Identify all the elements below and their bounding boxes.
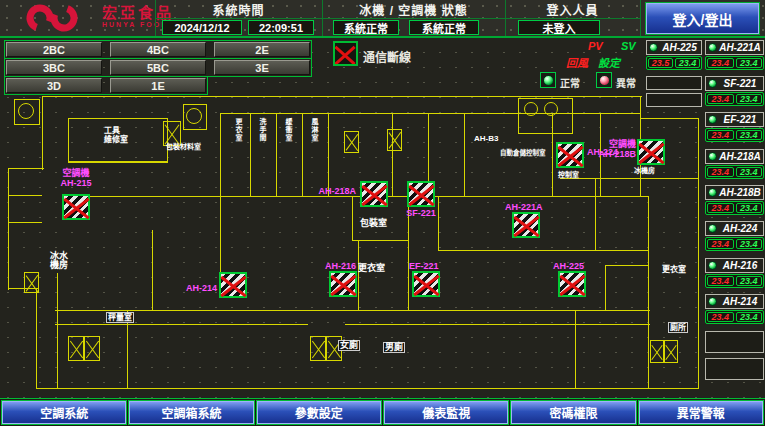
ahu-status-icon-ah-225[interactable] [558,271,586,297]
wall-line [8,168,44,169]
pv-value: 23.4 [707,203,734,213]
zone-button-2e[interactable]: 2E [214,42,310,57]
wall-line [276,113,277,196]
wall-line [640,118,698,119]
unit-values: 23.4 23.4 [705,310,764,324]
sv-label: SV [621,40,636,52]
wall-line [55,310,650,311]
zone-button-row: 2BC 4BC 2E [4,40,312,59]
ahu-status-icon-ah-221a[interactable] [512,212,540,238]
nav-button-password-permission[interactable]: 密碼權限 [511,401,635,424]
wall-line [220,113,221,196]
unit-values: 23.5 23.4 [646,56,702,70]
green-led-icon [708,152,717,161]
wall-line [328,113,329,196]
zone-button-3bc[interactable]: 3BC [6,60,102,75]
unit-name: AH-216 [719,260,761,271]
equipment-label: 空調機 AH-215 [48,168,104,188]
sv-value: 23.4 [736,94,763,104]
wall-line [345,324,650,325]
sv-value: 23.4 [736,203,763,213]
wall-line [438,250,648,251]
unit-name: AH-218A [719,151,761,162]
pv-value: 23.4 [707,94,734,104]
green-led-icon [649,43,658,52]
comm-loss-icon [333,41,358,66]
unit-sf-221[interactable]: SF-221 [705,76,764,91]
nav-button-abnormal-alarm[interactable]: 異常警報 [639,401,763,424]
room-label: 控制室 [558,170,579,179]
room-label: 男廁 [383,342,405,353]
pv-desc-label: 回風 [566,54,588,70]
equipment-label-id: AH-215 [48,178,104,188]
nav-button-parameter-settings[interactable]: 參數設定 [257,401,381,424]
zone-button-5bc[interactable]: 5BC [110,60,206,75]
stair-icon [544,102,558,116]
unit-ah-216[interactable]: AH-216 [705,258,764,273]
damper-x-icon [68,336,84,361]
damper-x-icon [310,336,326,361]
ahu-status-icon-ah-218b[interactable] [637,139,665,165]
zone-button-2bc[interactable]: 2BC [6,42,102,57]
ahu-status-icon-ah-224[interactable] [556,142,584,168]
damper-x-icon [344,131,359,153]
comm-loss-label: 通信斷線 [363,48,411,65]
wall-line [352,196,353,240]
zone-button-1e[interactable]: 1E [110,78,206,93]
unit-ah-225[interactable]: AH-225 [646,40,702,55]
unit-ah-221a[interactable]: AH-221A [705,40,764,55]
green-led-icon [543,75,554,86]
nav-button-instrument-monitor[interactable]: 儀表監視 [384,401,508,424]
green-led-icon [708,188,717,197]
unit-name: AH-214 [719,296,761,307]
sv-value: 23.4 [736,239,763,249]
equipment-label: AH-225 [553,261,584,271]
room-label-line: 工具 [104,126,128,135]
pv-value: 23.4 [707,312,734,322]
ahu-status-icon-ah-218a[interactable] [360,181,388,207]
ahu-status-icon-ah-214[interactable] [219,272,247,298]
unit-values: 23.4 23.4 [705,237,764,251]
zone-button-3e[interactable]: 3E [214,60,310,75]
room-label: AH-B3 [474,134,498,143]
damper-x-icon [664,340,678,363]
ahu-status-icon-ah-215[interactable] [62,194,90,220]
wall-line [595,178,596,250]
zone-button-4bc[interactable]: 4BC [110,42,206,57]
hmi-screen: 宏亞食品 HUNYA FOODS 系統時間 冰機 / 空調機 狀態 登入人員 2… [0,0,765,426]
empty-unit-slot [646,93,702,107]
ahu-status-icon-ef-221[interactable] [412,271,440,297]
wall-line [698,118,699,388]
unit-values: 23.4 23.4 [705,201,764,215]
unit-ef-221[interactable]: EF-221 [705,112,764,127]
login-logout-button[interactable]: 登入/登出 [646,3,759,34]
unit-ah-218a[interactable]: AH-218A [705,149,764,164]
wall-line [8,168,9,290]
nav-button-ac-system[interactable]: 空調系統 [2,401,126,424]
room-label: 女廁 [338,340,360,351]
sv-desc-label: 設定 [598,54,620,70]
wall-line [560,178,698,179]
room-label: 工具 維修室 [104,126,128,144]
wall-line [640,96,641,120]
wall-line [8,222,42,223]
wall-line [57,273,58,388]
ahu-status-icon-ah-216[interactable] [329,271,357,297]
system-time-label: 系統時間 [155,2,322,17]
unit-ah-214[interactable]: AH-214 [705,294,764,309]
login-section-label: 登入人員 [505,2,640,17]
equipment-label-id: AH-218B [596,149,636,159]
stair-icon [186,108,202,124]
unit-ah-224[interactable]: AH-224 [705,221,764,236]
room-label: 洗手間 [258,118,267,142]
sv-value: 23.4 [736,312,763,322]
zone-button-3d[interactable]: 3D [6,78,102,93]
pv-value: 23.4 [707,276,734,286]
login-status-value: 未登入 [518,20,600,35]
chiller-status-value: 系統正常 [333,20,399,35]
unit-ah-218b[interactable]: AH-218B [705,185,764,200]
wall-line [8,195,42,196]
nav-button-ahu-system[interactable]: 空調箱系統 [129,401,253,424]
green-led-icon [708,224,717,233]
ahu-status-icon-sf-221[interactable] [407,181,435,207]
